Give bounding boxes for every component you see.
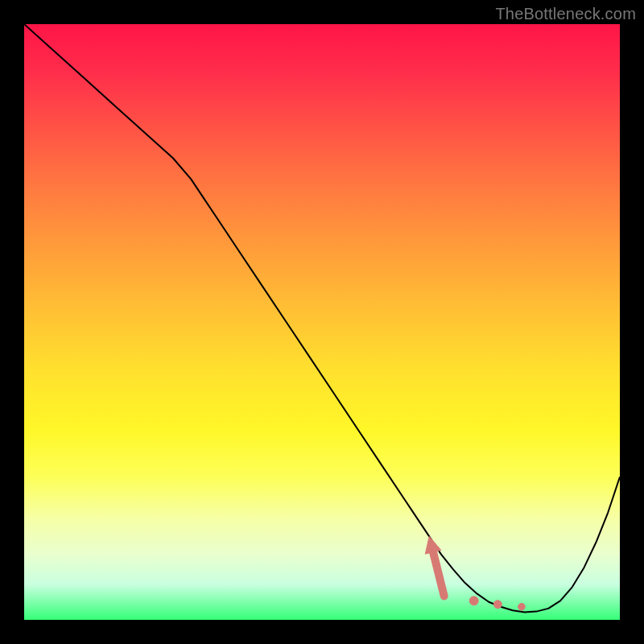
chart-svg — [24, 24, 620, 620]
pointer-group — [425, 536, 525, 610]
pointer-dot — [493, 601, 502, 609]
pointer-dot — [469, 597, 478, 605]
attribution-text: TheBottleneck.com — [495, 5, 636, 23]
chart-plot-area — [24, 24, 620, 620]
pointer-dots — [469, 597, 525, 610]
bottleneck-curve — [24, 24, 620, 612]
pointer-dot — [518, 603, 526, 610]
